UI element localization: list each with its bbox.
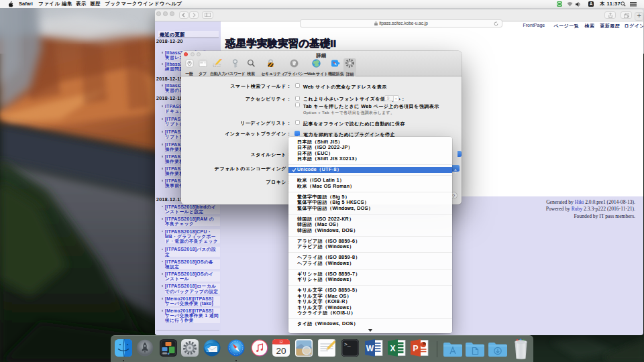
svg-text:X: X bbox=[390, 343, 395, 353]
svg-text:P: P bbox=[413, 343, 418, 353]
svg-text:>_: >_ bbox=[344, 341, 351, 347]
svg-text:A: A bbox=[590, 1, 593, 6]
svg-text:20: 20 bbox=[276, 345, 286, 355]
svg-text:12: 12 bbox=[279, 340, 283, 343]
svg-text:W: W bbox=[366, 343, 374, 353]
